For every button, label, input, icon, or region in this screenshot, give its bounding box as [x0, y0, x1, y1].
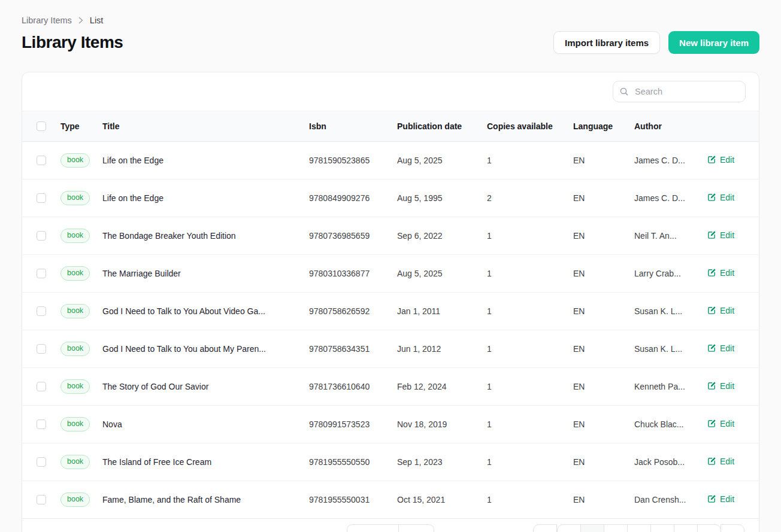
row-title[interactable]: The Marriage Builder: [102, 269, 181, 278]
row-author: Chuck Blac...: [634, 406, 707, 443]
edit-icon: [707, 494, 716, 503]
per-page-control[interactable]: Per page 10: [347, 524, 434, 532]
row-title[interactable]: The Island of Free Ice Cream: [102, 457, 211, 467]
per-page-label: Per page: [347, 525, 398, 532]
pagination: 1 2 3 4 ... 69 70: [533, 524, 744, 532]
type-badge: book: [60, 455, 90, 469]
row-publication-date: Aug 5, 1995: [397, 180, 487, 217]
edit-button[interactable]: Edit: [707, 193, 734, 202]
type-badge: book: [60, 493, 90, 507]
edit-button[interactable]: Edit: [707, 457, 734, 466]
row-isbn: 9780991573523: [309, 406, 397, 443]
pagination-pages: 1 2 3 4 ... 69 70: [557, 524, 721, 532]
edit-button[interactable]: Edit: [707, 343, 734, 353]
breadcrumb-separator-icon: [78, 17, 84, 24]
edit-button[interactable]: Edit: [707, 155, 734, 165]
column-header-copies-available: Copies available: [487, 111, 573, 142]
row-title[interactable]: Life on the Edge: [102, 156, 164, 165]
search-icon: [619, 87, 629, 96]
edit-icon: [707, 306, 716, 315]
edit-button[interactable]: Edit: [707, 381, 734, 391]
row-checkbox[interactable]: [37, 495, 46, 504]
breadcrumb: Library Items List: [22, 16, 759, 25]
row-title[interactable]: Nova: [102, 419, 122, 429]
row-publication-date: Aug 5, 2025: [397, 255, 487, 293]
row-checkbox[interactable]: [37, 344, 46, 354]
edit-icon: [707, 343, 716, 352]
page-button[interactable]: 1: [557, 524, 581, 532]
type-badge: book: [60, 417, 90, 431]
row-author: Neil T. An...: [634, 217, 707, 255]
edit-button[interactable]: Edit: [707, 230, 734, 240]
table-row: book The Bondage Breaker Youth Edition 9…: [22, 217, 759, 255]
prev-page-button[interactable]: [533, 524, 557, 532]
row-copies-available: 1: [487, 255, 573, 293]
row-checkbox[interactable]: [37, 156, 46, 165]
select-all-checkbox[interactable]: [37, 121, 46, 131]
page-button[interactable]: ...: [650, 524, 674, 532]
table-row: book God I Need to Talk to You About Vid…: [22, 293, 759, 330]
type-badge: book: [60, 342, 90, 356]
page-button[interactable]: 2: [580, 524, 604, 532]
edit-button[interactable]: Edit: [707, 419, 734, 428]
row-checkbox[interactable]: [37, 457, 46, 467]
row-author: Kenneth Pa...: [634, 368, 707, 406]
row-publication-date: Oct 15, 2021: [397, 481, 487, 519]
page-button[interactable]: 4: [627, 524, 651, 532]
row-checkbox[interactable]: [37, 231, 46, 241]
row-title[interactable]: Life on the Edge: [102, 193, 164, 203]
column-header-publication-date: Publication date: [397, 111, 487, 142]
breadcrumb-item-library-items[interactable]: Library Items: [22, 16, 72, 25]
table-header: Type Title Isbn Publication date Copies …: [22, 111, 759, 142]
row-publication-date: Jun 1, 2012: [397, 330, 487, 368]
row-title[interactable]: The Bondage Breaker Youth Edition: [102, 231, 236, 241]
search-input[interactable]: [613, 81, 746, 102]
row-language: EN: [573, 368, 634, 406]
row-copies-available: 1: [487, 293, 573, 330]
library-items-card: Type Title Isbn Publication date Copies …: [22, 72, 759, 532]
edit-label: Edit: [720, 457, 734, 466]
row-copies-available: 1: [487, 142, 573, 180]
import-library-items-button[interactable]: Import library items: [553, 31, 660, 54]
new-library-item-button[interactable]: New library item: [668, 31, 759, 54]
table-row: book God I Need to Talk to You about My …: [22, 330, 759, 368]
row-publication-date: Jan 1, 2011: [397, 293, 487, 330]
row-isbn: 9780758626592: [309, 293, 397, 330]
row-author: Jack Posob...: [634, 443, 707, 481]
edit-button[interactable]: Edit: [707, 494, 734, 504]
row-title[interactable]: God I Need to Talk to You about My Paren…: [102, 344, 266, 354]
edit-label: Edit: [720, 381, 734, 391]
column-header-actions: [707, 111, 759, 142]
column-header-type: Type: [60, 111, 102, 142]
row-checkbox[interactable]: [37, 193, 46, 203]
row-isbn: 9781736610640: [309, 368, 397, 406]
row-copies-available: 1: [487, 443, 573, 481]
edit-button[interactable]: Edit: [707, 268, 734, 278]
row-checkbox[interactable]: [37, 419, 46, 429]
next-page-button[interactable]: [721, 524, 744, 532]
row-author: Larry Crab...: [634, 255, 707, 293]
edit-label: Edit: [720, 306, 734, 315]
edit-label: Edit: [720, 268, 734, 278]
row-copies-available: 2: [487, 180, 573, 217]
page-button[interactable]: 69: [674, 524, 698, 532]
row-isbn: 9781955550031: [309, 481, 397, 519]
type-badge: book: [60, 229, 90, 243]
page-button[interactable]: 3: [604, 524, 628, 532]
title-row: Library Items Import library items New l…: [22, 31, 759, 54]
row-title[interactable]: The Story of God Our Savior: [102, 382, 208, 391]
row-title[interactable]: God I Need to Talk to You About Video Ga…: [102, 306, 265, 316]
edit-label: Edit: [720, 155, 734, 165]
edit-label: Edit: [720, 230, 734, 240]
row-checkbox[interactable]: [37, 306, 46, 316]
row-author: James C. D...: [634, 142, 707, 180]
page-button[interactable]: 70: [697, 524, 721, 532]
row-publication-date: Sep 6, 2022: [397, 217, 487, 255]
row-language: EN: [573, 293, 634, 330]
row-isbn: 9780758634351: [309, 330, 397, 368]
row-title[interactable]: Fame, Blame, and the Raft of Shame: [102, 495, 241, 504]
row-checkbox[interactable]: [37, 382, 46, 391]
row-language: EN: [573, 180, 634, 217]
edit-button[interactable]: Edit: [707, 306, 734, 315]
row-checkbox[interactable]: [37, 269, 46, 278]
